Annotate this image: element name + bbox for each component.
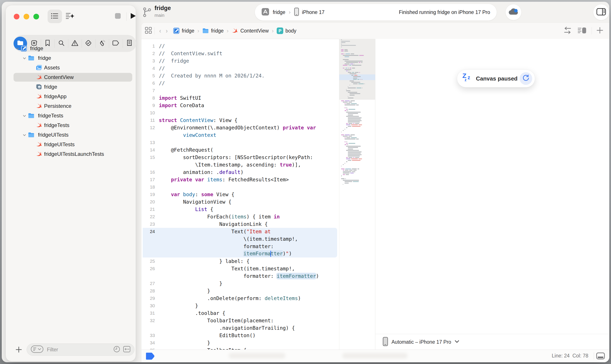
code-text: import CoreData: [159, 103, 204, 108]
canvas-device-label[interactable]: Automatic – iPhone 17 Pro: [391, 339, 451, 345]
inspector-toggle-button[interactable]: [593, 4, 609, 20]
add-item-button[interactable]: [14, 345, 23, 355]
tree-item-fridge[interactable]: fridge: [6, 53, 136, 63]
forward-button[interactable]: ›: [163, 27, 170, 35]
tree-item-fridge[interactable]: fridge: [6, 82, 136, 92]
minimap[interactable]: [339, 39, 375, 350]
code-line-9[interactable]: 9import CoreData: [143, 102, 337, 109]
code-line-30[interactable]: 30 }: [143, 302, 337, 310]
code-line-19[interactable]: 19 var body: some View {: [143, 191, 337, 198]
code-line-wrap[interactable]: formatter:: [143, 243, 337, 250]
navigator-toggle-button[interactable]: [48, 10, 62, 23]
refresh-icon: [522, 74, 530, 83]
code-line-29[interactable]: 29 .onDelete(perform: deleteItems): [143, 295, 337, 302]
code-line-3[interactable]: 3// fridge: [143, 57, 337, 65]
disclosure-chevron-icon[interactable]: [22, 133, 27, 138]
code-line-33[interactable]: 33 EditButton(): [143, 332, 337, 339]
breadcrumb-item-fridge[interactable]: fridge: [173, 27, 195, 34]
tree-item-fridgeTests[interactable]: fridgeTests: [6, 111, 136, 120]
close-window-button[interactable]: [14, 14, 19, 19]
back-button[interactable]: ‹: [157, 27, 163, 35]
related-items-grid-icon[interactable]: [144, 26, 152, 35]
disclosure-chevron-icon[interactable]: [22, 56, 27, 61]
code-line-35[interactable]: 35 ToolbarItem {: [143, 347, 337, 350]
code-line-6[interactable]: 6//: [143, 79, 337, 87]
tree-item-fridgeUITests[interactable]: fridgeUITests: [6, 130, 136, 140]
code-line-wrap[interactable]: viewContext: [143, 131, 337, 139]
scheme-device-pill[interactable]: fridge › iPhone 17 Finished running frid…: [255, 4, 497, 21]
disclosure-chevron-icon[interactable]: [15, 47, 20, 52]
tree-item-fridge[interactable]: fridge: [6, 44, 136, 53]
code-line-5[interactable]: 5// Created by nnnn M on 2026/1/24.: [143, 72, 337, 79]
code-line-20[interactable]: 20 NavigationView {: [143, 198, 337, 206]
code-line-26[interactable]: 26 Text(item.timestamp!,: [143, 265, 337, 272]
tree-item-label: fridgeTests: [44, 122, 69, 128]
code-line-13[interactable]: 13: [143, 139, 337, 146]
debug-area-toggle-button[interactable]: [596, 351, 605, 361]
breadcrumb-item-body[interactable]: Pbody: [277, 27, 296, 34]
adjust-editor-icon[interactable]: [563, 27, 572, 35]
code-line-12[interactable]: 12 @Environment(\.managedObjectContext) …: [143, 124, 337, 131]
toolbar-project-title[interactable]: fridge: [155, 5, 171, 12]
zoom-window-button[interactable]: [33, 14, 39, 19]
add-editor-icon[interactable]: [596, 27, 604, 35]
toolbar-branch-name[interactable]: main: [155, 13, 165, 18]
filter-input[interactable]: [46, 347, 113, 353]
sleep-zzz-icon: Zzz: [462, 73, 473, 84]
stop-icon: [114, 13, 121, 20]
tree-item-fridgeTests[interactable]: fridgeTests: [6, 120, 136, 130]
tree-item-ContentView[interactable]: ContentView: [6, 72, 136, 82]
code-line-15[interactable]: 15 sortDescriptors: [NSSortDescriptor(ke…: [143, 154, 337, 161]
code-line-28[interactable]: 28 }: [143, 287, 337, 295]
tree-item-Persistence[interactable]: Persistence: [6, 101, 136, 111]
code-line-25[interactable]: 25 } label: {: [143, 258, 337, 265]
tree-item-fridgeUITestsLaunchTests[interactable]: fridgeUITestsLaunchTests: [6, 149, 136, 159]
code-line-wrap[interactable]: itemFormatter)"): [143, 250, 337, 258]
breadcrumb-item-fridge[interactable]: fridge: [202, 27, 224, 34]
breadcrumb-item-ContentView[interactable]: ContentView: [232, 27, 269, 34]
code-line-23[interactable]: 23 NavigationLink {: [143, 221, 337, 228]
run-destination-name[interactable]: iPhone 17: [302, 9, 325, 15]
plus-minus-filter-icon[interactable]: [123, 345, 131, 354]
code-line-17[interactable]: 17 private var items: FetchedResults<Ite…: [143, 176, 337, 183]
code-line-31[interactable]: 31 .toolbar {: [143, 310, 337, 317]
filter-field[interactable]: [27, 343, 134, 356]
code-line-34[interactable]: 34 }: [143, 339, 337, 347]
code-line-18[interactable]: 18: [143, 183, 337, 191]
code-line-14[interactable]: 14 @FetchRequest(: [143, 146, 337, 154]
marker-flag-icon[interactable]: [146, 352, 155, 361]
code-line-24[interactable]: 24 Text("Item at: [143, 228, 337, 235]
scheme-name[interactable]: fridge: [273, 9, 286, 15]
resume-canvas-button[interactable]: [520, 72, 532, 85]
code-line-7[interactable]: 7: [143, 87, 337, 94]
code-line-wrap[interactable]: \Item.timestamp, ascending: true)],: [143, 161, 337, 169]
code-line-21[interactable]: 21 List {: [143, 206, 337, 213]
code-line-11[interactable]: 11struct ContentView: View {: [143, 117, 337, 124]
cloud-assistant-button[interactable]: [506, 4, 521, 20]
assistant-list-button[interactable]: [63, 10, 77, 23]
code-line-1[interactable]: 1//: [143, 42, 337, 50]
code-line-wrap[interactable]: .navigationBarTrailing) {: [143, 324, 337, 332]
code-line-wrap[interactable]: formatter: itemFormatter): [143, 272, 337, 280]
tree-item-fridgeApp[interactable]: fridgeApp: [6, 92, 136, 101]
tree-item-Assets[interactable]: Assets: [6, 63, 136, 72]
editor-options-icon[interactable]: [578, 27, 587, 35]
code-line-22[interactable]: 22 ForEach(items) { item in: [143, 213, 337, 221]
code-line-2[interactable]: 2// ContentView.swift: [143, 50, 337, 57]
cursor-position-indicator: Line: 24 Col: 78: [552, 353, 588, 359]
stop-run-button[interactable]: [112, 10, 124, 23]
tree-item-fridgeUITests[interactable]: fridgeUITests: [6, 140, 136, 149]
navigator-bottom-bar: [6, 343, 136, 357]
minimize-window-button[interactable]: [24, 14, 29, 19]
code-line-16[interactable]: 16 animation: .default): [143, 169, 337, 176]
code-line-8[interactable]: 8import SwiftUI: [143, 94, 337, 102]
disclosure-chevron-icon[interactable]: [22, 114, 27, 119]
code-line-10[interactable]: 10: [143, 109, 337, 117]
code-line-32[interactable]: 32 ToolbarItem(placement:: [143, 317, 337, 324]
canvas-device-bar[interactable]: Automatic – iPhone 17 Pro: [375, 334, 609, 350]
recent-filter-icon[interactable]: [113, 345, 121, 354]
code-line-27[interactable]: 27 }: [143, 280, 337, 287]
source-code-editor[interactable]: 1//2// ContentView.swift3// fridge4//5//…: [141, 39, 339, 350]
code-line-wrap[interactable]: \(item.timestamp!,: [143, 235, 337, 243]
code-line-4[interactable]: 4//: [143, 65, 337, 72]
